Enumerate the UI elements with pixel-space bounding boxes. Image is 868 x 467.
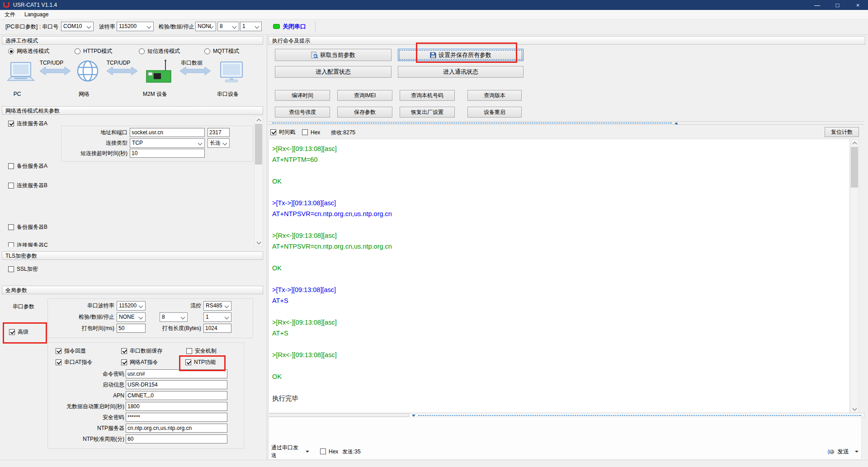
- net-params-header: 网络透传模式相关参数: [2, 106, 263, 115]
- ntp-period-label: NTP校准周期(分): [49, 434, 124, 444]
- checkbox-send-hex[interactable]: Hex: [320, 448, 338, 455]
- checkbox-advanced[interactable]: 高级: [9, 329, 28, 335]
- menu-file[interactable]: 文件: [5, 11, 15, 19]
- checkbox-ssl[interactable]: SSL加密: [8, 266, 38, 273]
- security-password-label: 安全密码: [49, 413, 124, 422]
- log-line: >[Tx->][09:13:08][asc]: [269, 198, 849, 208]
- short-conn-timeout-input[interactable]: 10: [130, 149, 205, 158]
- net-params-scroll-area: 连接服务器A 地址和端口 socket.usr.cn 2317 连接类型 TCP…: [2, 116, 263, 247]
- checkbox-serial-at[interactable]: 串口AT指令: [56, 359, 92, 366]
- server-a-address-input[interactable]: socket.usr.cn: [130, 128, 205, 137]
- serial-parity-label: 检验/数据/停止: [50, 312, 114, 322]
- query-imei-button[interactable]: 查询IMEI: [337, 90, 392, 101]
- log-line: >[Rx<-][09:13:08][asc]: [269, 230, 849, 241]
- node-label-m2m: M2M 设备: [139, 90, 171, 99]
- serial-toolbar: [PC串口参数] : 串口号 COM10 波特率 115200 检验/数据/停止…: [0, 19, 868, 35]
- send-button[interactable]: 发送: [827, 447, 859, 457]
- checkbox-security-mech[interactable]: 安全机制: [186, 348, 217, 354]
- dropdown-arrow-icon: [225, 315, 229, 320]
- scroll-down-icon: [255, 239, 263, 246]
- security-password-input[interactable]: ******: [126, 413, 227, 422]
- title-bar: USR-CAT1 V1.1.4 — □ ×: [0, 0, 868, 10]
- log-splitter[interactable]: [269, 121, 864, 125]
- checkbox-backup-a[interactable]: 备份服务器A: [8, 163, 47, 170]
- set-save-params-button[interactable]: 设置并保存所有参数: [398, 49, 524, 61]
- save-params-button[interactable]: 保存参数: [337, 107, 392, 118]
- checkbox-server-a[interactable]: 连接服务器A: [8, 120, 47, 127]
- send-splitter[interactable]: [269, 413, 864, 417]
- net-params-scrollbar[interactable]: [254, 116, 263, 247]
- conn-type-select[interactable]: TCP: [130, 138, 205, 148]
- maximize-button[interactable]: □: [827, 0, 848, 10]
- window-title: USR-CAT1 V1.1.4: [13, 2, 57, 8]
- short-conn-timeout-label: 短连接超时时间(秒): [63, 149, 127, 158]
- log-line: >[Rx<-][09:13:08][asc]: [269, 349, 849, 360]
- parity-label: 检验/数据/停止: [159, 22, 194, 31]
- no-data-restart-input[interactable]: 1800: [126, 402, 227, 411]
- serial-params-label: 串口参数: [13, 302, 34, 311]
- databits-select[interactable]: 8: [217, 22, 239, 31]
- keepalive-select[interactable]: 长连: [208, 138, 230, 148]
- menu-language[interactable]: Language: [24, 11, 48, 18]
- checkbox-timestamp[interactable]: 时间戳: [270, 129, 295, 136]
- radio-mqtt-mode[interactable]: MQTT模式: [204, 48, 239, 55]
- serial-device-icon: [221, 62, 242, 82]
- ntp-server-input[interactable]: cn.ntp.org.cn,us.ntp.org.cn: [126, 424, 227, 433]
- radio-sms-passthrough[interactable]: 短信透传模式: [139, 48, 180, 55]
- boot-message-input[interactable]: USR-DR154: [126, 380, 227, 389]
- serial-databits-select[interactable]: 8: [160, 312, 188, 322]
- get-params-button[interactable]: 获取当前参数: [275, 49, 392, 61]
- panel-divider: [267, 34, 267, 460]
- close-port-button[interactable]: 关闭串口: [283, 22, 306, 31]
- baud-select[interactable]: 115200: [117, 22, 154, 31]
- apn-label: APN: [49, 391, 124, 401]
- checkbox-server-b[interactable]: 连接服务器B: [8, 182, 47, 189]
- ntp-period-input[interactable]: 60: [126, 434, 227, 443]
- server-a-port-input[interactable]: 2317: [208, 128, 230, 137]
- collapse-up-icon[interactable]: [675, 122, 678, 124]
- com-port-select[interactable]: COM10: [61, 22, 94, 31]
- query-version-button[interactable]: 查询版本: [467, 90, 522, 101]
- send-via-dropdown[interactable]: 通过串口发送: [271, 447, 309, 457]
- checkbox-serial-cache[interactable]: 串口数据缓存: [121, 348, 162, 354]
- checkbox-server-c[interactable]: 连接服务器C: [8, 242, 48, 247]
- query-number-button[interactable]: 查询本机号码: [400, 90, 455, 101]
- factory-reset-button[interactable]: 恢复出厂设置: [400, 107, 455, 118]
- checkbox-recv-hex[interactable]: Hex: [302, 129, 320, 136]
- minimize-button[interactable]: —: [807, 0, 827, 10]
- serial-parity-select[interactable]: NONE: [117, 312, 146, 322]
- dropdown-arrow-icon: [87, 24, 91, 29]
- stopbits-select[interactable]: 1: [240, 22, 262, 31]
- tls-header: TLS加密参数: [2, 251, 263, 260]
- no-data-restart-label: 无数据自动重启时间(秒): [49, 402, 124, 411]
- splitter-grip-icon: [272, 123, 672, 123]
- enter-comm-button[interactable]: 进入通讯状态: [398, 66, 524, 78]
- close-button[interactable]: ×: [848, 0, 868, 10]
- parity-select[interactable]: NONI: [195, 22, 216, 31]
- reset-counter-button[interactable]: 复位计数: [825, 127, 859, 137]
- cmd-password-input[interactable]: usr.cn#: [126, 369, 227, 378]
- device-restart-button[interactable]: 设备重启: [467, 107, 522, 118]
- serial-baud-select[interactable]: 115200: [117, 301, 146, 311]
- flow-select[interactable]: RS485: [203, 301, 231, 311]
- log-line: >[Rx<-][09:13:08][asc]: [269, 317, 849, 328]
- floppy-save-icon: [430, 52, 436, 58]
- checkbox-ntp[interactable]: NTP功能: [185, 359, 216, 366]
- serial-stopbits-select[interactable]: 1: [203, 312, 231, 322]
- send-count: 发送:35: [342, 447, 361, 456]
- checkbox-backup-b[interactable]: 备份服务器B: [8, 224, 47, 231]
- query-signal-button[interactable]: 查信号强度: [275, 107, 330, 118]
- compile-time-button[interactable]: 编译时间: [275, 90, 330, 101]
- checkbox-net-at[interactable]: 网络AT指令: [121, 359, 158, 366]
- pack-length-input[interactable]: 1024: [203, 324, 231, 333]
- enter-config-button[interactable]: 进入配置状态: [275, 66, 392, 78]
- radio-httpd-mode[interactable]: HTTPD模式: [75, 48, 112, 55]
- log-scrollbar[interactable]: [850, 139, 859, 413]
- receive-log-textarea[interactable]: >[Rx<-][09:13:08][asc] AT+NTPTM=60 OK >[…: [269, 139, 850, 413]
- dropdown-arrow-icon: [139, 304, 143, 308]
- apn-input[interactable]: CMNET,,,0: [126, 391, 227, 400]
- pack-time-input[interactable]: 50: [117, 324, 146, 333]
- checkbox-cmd-echo[interactable]: 指令回显: [56, 348, 86, 354]
- radio-net-passthrough[interactable]: 网络透传模式: [8, 48, 49, 55]
- conn-type-label: 连接类型: [63, 138, 127, 148]
